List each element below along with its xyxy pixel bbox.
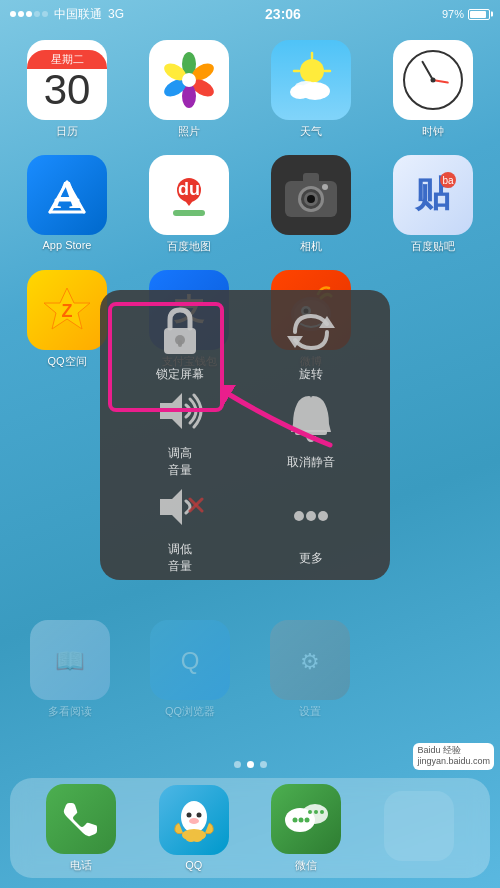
svg-point-47 bbox=[186, 813, 191, 818]
app-icon-clock bbox=[393, 40, 473, 120]
highlight-box bbox=[108, 302, 224, 412]
svg-point-48 bbox=[196, 813, 201, 818]
app-icon-empty-r3 bbox=[390, 620, 470, 700]
svg-point-31 bbox=[307, 195, 315, 203]
at-item-rotate[interactable]: 旋转 bbox=[245, 304, 376, 383]
app-label-camera: 相机 bbox=[300, 239, 322, 254]
battery-icon bbox=[468, 9, 490, 20]
svg-point-8 bbox=[300, 59, 324, 83]
app-icon-placeholder bbox=[393, 270, 473, 350]
dock-item-wechat[interactable]: 微信 bbox=[271, 784, 341, 873]
app-icon-wechat bbox=[271, 784, 341, 854]
dock-label-phone: 电话 bbox=[70, 858, 92, 873]
signal-dot-4 bbox=[34, 11, 40, 17]
page-dot-2 bbox=[260, 761, 267, 768]
svg-text:ba: ba bbox=[442, 175, 454, 186]
svg-text:Z: Z bbox=[62, 301, 73, 321]
svg-text:📖: 📖 bbox=[55, 646, 85, 675]
app-icon-weather bbox=[271, 40, 351, 120]
app-label-calendar: 日历 bbox=[56, 124, 78, 139]
app-icon-settings: ⚙ bbox=[270, 620, 350, 700]
watermark-line1: Baidu 经验 bbox=[417, 745, 490, 757]
app-item-appstore[interactable]: A App Store bbox=[10, 155, 124, 254]
app-item-qqbrowser[interactable]: Q QQ浏览器 bbox=[150, 620, 230, 719]
svg-marker-68 bbox=[160, 489, 182, 525]
at-label-rotate: 旋转 bbox=[299, 366, 323, 383]
carrier-label: 中国联通 bbox=[54, 6, 102, 23]
app-icon-photos bbox=[149, 40, 229, 120]
signal-dot-1 bbox=[10, 11, 16, 17]
app-item-calendar[interactable]: 星期二 30 日历 bbox=[10, 40, 124, 139]
svg-rect-25 bbox=[173, 210, 205, 216]
svg-point-52 bbox=[192, 836, 202, 842]
app-item-camera[interactable]: 相机 bbox=[254, 155, 368, 254]
svg-text:⚙: ⚙ bbox=[300, 649, 320, 674]
at-label-volup: 调高 音量 bbox=[168, 445, 192, 479]
at-item-more[interactable]: 更多 bbox=[245, 479, 376, 575]
app-item-settings[interactable]: ⚙ 设置 bbox=[270, 620, 350, 719]
app-icon-baidumap: du bbox=[149, 155, 229, 235]
app-label-settings: 设置 bbox=[299, 704, 321, 719]
dock-item-phone[interactable]: 电话 bbox=[46, 784, 116, 873]
app-icon-phone bbox=[46, 784, 116, 854]
app-label-baidumap: 百度地图 bbox=[167, 239, 211, 254]
svg-point-59 bbox=[314, 810, 318, 814]
signal-dots bbox=[10, 11, 48, 17]
status-left: 中国联通 3G bbox=[10, 6, 124, 23]
app-label-photos: 照片 bbox=[178, 124, 200, 139]
app-label-qqbrowser: QQ浏览器 bbox=[165, 704, 215, 719]
svg-text:A: A bbox=[53, 172, 82, 217]
svg-point-73 bbox=[318, 511, 328, 521]
battery-percent: 97% bbox=[442, 8, 464, 20]
app-icon-duokan: 📖 bbox=[30, 620, 110, 700]
app-item-baidumap[interactable]: du 百度地图 bbox=[132, 155, 246, 254]
svg-rect-27 bbox=[303, 173, 319, 183]
app-icon-qq bbox=[159, 785, 229, 855]
app-icon-calendar: 星期二 30 bbox=[27, 40, 107, 120]
app-item-clock[interactable]: 时钟 bbox=[376, 40, 490, 139]
status-time: 23:06 bbox=[265, 6, 301, 22]
dock-item-qq[interactable]: QQ bbox=[159, 785, 229, 871]
page-dot-1 bbox=[247, 761, 254, 768]
dock: 电话 QQ bbox=[10, 778, 490, 878]
status-right: 97% bbox=[442, 8, 490, 20]
clock-face bbox=[403, 50, 463, 110]
app-icon-tieba: 贴 ba bbox=[393, 155, 473, 235]
svg-point-60 bbox=[320, 810, 324, 814]
svg-point-58 bbox=[308, 810, 312, 814]
app-item-duokan[interactable]: 📖 多看阅读 bbox=[30, 620, 110, 719]
app-item-photos[interactable]: 照片 bbox=[132, 40, 246, 139]
app-item-weather[interactable]: 天气 bbox=[254, 40, 368, 139]
app-item-empty-r3 bbox=[390, 620, 470, 719]
app-item-placeholder bbox=[376, 270, 490, 369]
app-label-appstore: App Store bbox=[43, 239, 92, 251]
svg-point-71 bbox=[294, 511, 304, 521]
at-item-voldown[interactable]: 调低 音量 bbox=[114, 479, 245, 575]
svg-point-57 bbox=[305, 817, 310, 822]
app-label-qqspace: QQ空间 bbox=[47, 354, 86, 369]
watermark-line2: jingyan.baidu.com bbox=[417, 756, 490, 768]
app-item-tieba[interactable]: 贴 ba 百度贴吧 bbox=[376, 155, 490, 254]
svg-point-7 bbox=[182, 73, 196, 87]
svg-point-72 bbox=[306, 511, 316, 521]
app-icon-camera bbox=[271, 155, 351, 235]
row3: 📖 多看阅读 Q QQ浏览器 ⚙ 设置 bbox=[0, 620, 500, 719]
dock-label-qq: QQ bbox=[185, 859, 202, 871]
app-icon-qqbrowser: Q bbox=[150, 620, 230, 700]
at-icon-more bbox=[283, 488, 339, 544]
app-icon-appstore: A bbox=[27, 155, 107, 235]
calendar-day: 30 bbox=[44, 69, 91, 111]
at-icon-rotate bbox=[283, 304, 339, 360]
svg-point-49 bbox=[189, 818, 199, 824]
app-icon-dock-placeholder bbox=[384, 791, 454, 861]
svg-point-32 bbox=[322, 184, 328, 190]
watermark: Baidu 经验 jingyan.baidu.com bbox=[413, 743, 494, 770]
at-icon-voldown bbox=[152, 479, 208, 535]
app-label-weather: 天气 bbox=[300, 124, 322, 139]
app-label-duokan: 多看阅读 bbox=[48, 704, 92, 719]
status-bar: 中国联通 3G 23:06 97% bbox=[0, 0, 500, 28]
at-label-more: 更多 bbox=[299, 550, 323, 567]
signal-dot-3 bbox=[26, 11, 32, 17]
arrow-container bbox=[220, 385, 340, 469]
svg-text:du: du bbox=[178, 179, 200, 199]
